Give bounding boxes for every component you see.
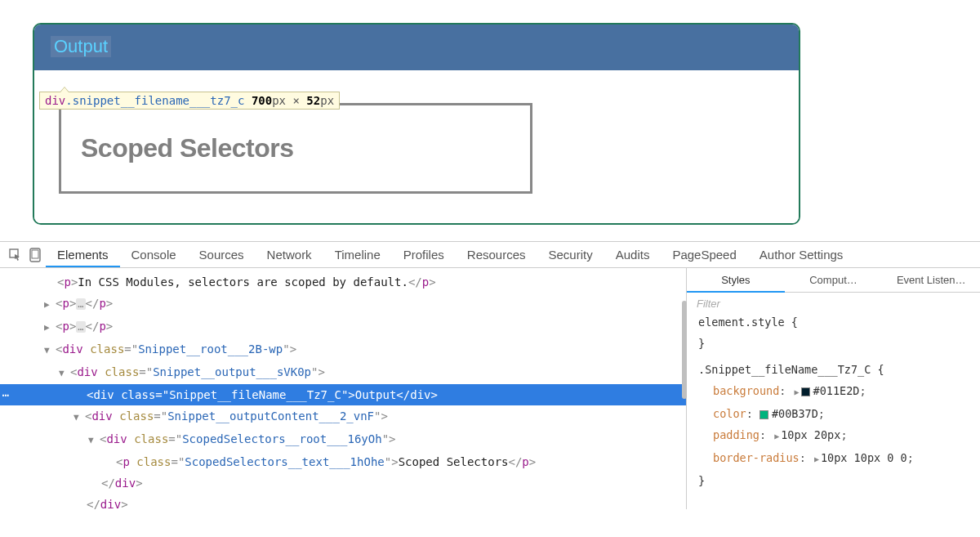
rule-selector: .Snippet__fileName___Tz7_C — [698, 363, 871, 376]
devtools-tab-pagespeed[interactable]: PageSpeed — [661, 243, 747, 266]
output-header: Output — [34, 25, 799, 70]
sidebar-tab-event-listen-[interactable]: Event Listen… — [882, 269, 980, 291]
dom-node[interactable]: <p class="ScopedSelectors__text___1hOhe"… — [0, 451, 686, 472]
style-prop-padding[interactable]: padding: ▶10px 20px; — [698, 424, 969, 447]
dom-node[interactable]: ▼<div class="ScopedSelectors__root___16y… — [0, 428, 686, 451]
collapse-icon[interactable]: ▼ — [44, 340, 56, 361]
devtools-tab-author-settings[interactable]: Author Settings — [748, 243, 855, 266]
inspect-icon[interactable] — [7, 246, 24, 264]
output-title: Output — [51, 36, 111, 57]
scrollbar-thumb[interactable] — [682, 301, 687, 399]
tooltip-dimensions: 700px × 52px — [252, 94, 334, 107]
element-style-selector: element.style — [698, 315, 785, 329]
style-prop-color[interactable]: color: #00B37D; — [698, 403, 969, 424]
devtools-tab-security[interactable]: Security — [537, 243, 604, 266]
scoped-selectors-heading: Scoped Selectors — [81, 133, 510, 163]
device-icon[interactable] — [26, 246, 44, 264]
expand-icon[interactable]: ▶ — [44, 317, 56, 338]
devtools-tab-elements[interactable]: Elements — [46, 243, 120, 267]
output-frame: Output div.snippet__filename___tz7_c 700… — [33, 23, 800, 225]
dom-node-collapsed[interactable]: ▶<p>…</p> — [0, 315, 686, 338]
dom-node-collapsed[interactable]: ▶<p>…</p> — [0, 293, 686, 315]
styles-sidebar: StylesComput…Event Listen… Filter elemen… — [686, 268, 980, 509]
elements-tree[interactable]: <p>In CSS Modules, selectors are scoped … — [0, 268, 686, 509]
devtools-tab-audits[interactable]: Audits — [604, 243, 662, 266]
dom-node[interactable]: <p>In CSS Modules, selectors are scoped … — [0, 271, 686, 293]
style-prop-border-radius[interactable]: border-radius: ▶10px 10px 0 0; — [698, 447, 969, 470]
devtools-body: <p>In CSS Modules, selectors are scoped … — [0, 268, 980, 509]
devtools-tab-console[interactable]: Console — [120, 243, 188, 266]
style-prop-background[interactable]: background: ▶#011E2D; — [698, 380, 969, 403]
collapse-icon[interactable]: ▼ — [74, 407, 85, 428]
sidebar-tab-comput-[interactable]: Comput… — [785, 269, 883, 291]
collapse-icon[interactable]: ▼ — [88, 430, 100, 451]
styles-rules[interactable]: element.style { } .Snippet__fileName___T… — [687, 311, 980, 491]
tooltip-class: .snippet__filename___tz7_c — [65, 94, 244, 107]
page-preview: Output div.snippet__filename___tz7_c 700… — [0, 0, 980, 241]
sidebar-tabs: StylesComput…Event Listen… — [687, 268, 980, 293]
devtools-tab-timeline[interactable]: Timeline — [323, 243, 392, 266]
dom-node-selected[interactable]: ⋯<div class="Snippet__fileName___Tz7_C">… — [0, 384, 686, 405]
devtools-tabs: ElementsConsoleSourcesNetworkTimelinePro… — [0, 242, 980, 268]
sidebar-tab-styles[interactable]: Styles — [687, 269, 785, 293]
inspect-tooltip: div.snippet__filename___tz7_c 700px × 52… — [39, 92, 340, 110]
devtools-tab-profiles[interactable]: Profiles — [392, 243, 456, 266]
devtools-tab-network[interactable]: Network — [256, 243, 323, 266]
devtools-panel: ElementsConsoleSourcesNetworkTimelinePro… — [0, 241, 980, 509]
devtools-tab-resources[interactable]: Resources — [456, 243, 537, 266]
scoped-selectors-box: Scoped Selectors — [59, 103, 532, 194]
dom-node-close[interactable]: </div> — [0, 472, 686, 494]
expand-icon[interactable]: ▶ — [44, 294, 56, 315]
collapse-icon[interactable]: ▼ — [59, 363, 70, 384]
dom-node-close[interactable]: </div> — [0, 494, 686, 509]
svg-rect-2 — [32, 250, 38, 258]
filter-input[interactable]: Filter — [687, 293, 980, 311]
devtools-tab-sources[interactable]: Sources — [188, 243, 256, 266]
dom-node[interactable]: ▼<div class="Snippet__outputContent___2_… — [0, 405, 686, 428]
tooltip-tag: div — [45, 94, 65, 107]
dom-node[interactable]: ▼<div class="Snippet__output___sVK0p"> — [0, 361, 686, 384]
dom-node[interactable]: ▼<div class="Snippet__root___2B-wp"> — [0, 338, 686, 361]
